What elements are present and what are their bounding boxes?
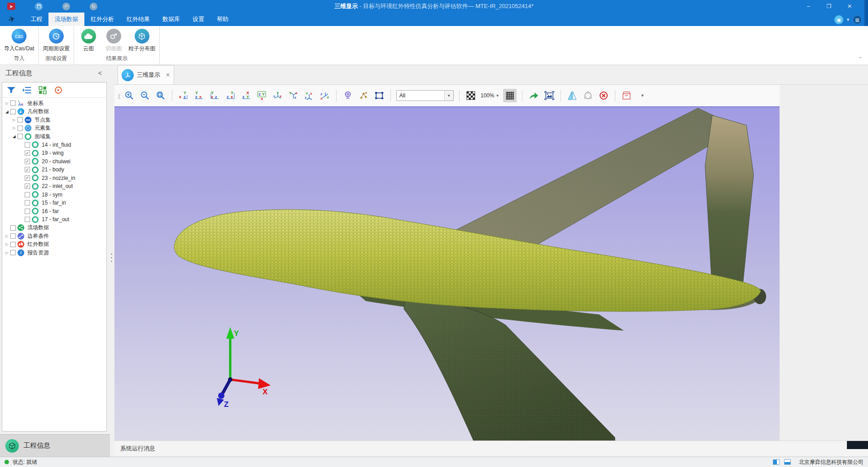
tree-item-checkbox[interactable]: ✓: [25, 150, 30, 156]
app-button[interactable]: ➤: [7, 3, 15, 10]
menu-item-3[interactable]: 红外结果: [120, 13, 156, 26]
tree-item-checkbox[interactable]: [25, 142, 30, 148]
tree-item[interactable]: 16 - far: [2, 207, 106, 216]
view-iso-4-icon[interactable]: zxY: [319, 90, 331, 101]
display-settings-icon[interactable]: ▣: [834, 15, 843, 24]
target-icon[interactable]: [53, 85, 63, 95]
tree-item-checkbox[interactable]: [25, 200, 30, 205]
menu-item-6[interactable]: 帮助: [210, 13, 235, 26]
zoom-in-icon[interactable]: [123, 90, 135, 101]
tree-item-checkbox[interactable]: [10, 109, 16, 114]
checkerboard-icon[interactable]: [465, 90, 477, 101]
expander-closed-icon[interactable]: ▷: [4, 251, 10, 255]
chevron-down-icon[interactable]: ▼: [636, 90, 648, 101]
tree-item[interactable]: ✓23 - nozzle_in: [2, 174, 106, 183]
tree-item-checkbox[interactable]: [10, 225, 16, 231]
snapshot-image-icon[interactable]: [544, 90, 555, 101]
expander-closed-icon[interactable]: ▷: [11, 126, 17, 130]
restore-button[interactable]: ❐: [819, 0, 839, 13]
grid-blocks-icon[interactable]: [38, 85, 48, 95]
particle-distribution-button[interactable]: 粒子分布图: [127, 29, 157, 52]
tree-item-checkbox[interactable]: [10, 250, 16, 255]
view-iso-3-icon[interactable]: Yxz: [303, 90, 315, 101]
view-front-icon[interactable]: xzY: [178, 90, 189, 101]
zoom-out-icon[interactable]: [139, 90, 151, 101]
contour-map-button[interactable]: 云图: [77, 29, 100, 52]
panel-splitter-handle[interactable]: [110, 253, 113, 270]
tree-item[interactable]: ▷红外数据: [2, 240, 106, 249]
menu-item-4[interactable]: 数据库: [156, 13, 186, 26]
view-right-icon[interactable]: Yzx: [225, 90, 237, 101]
period-face-settings-button[interactable]: 周期面设置: [41, 29, 71, 52]
zoom-fit-icon[interactable]: [155, 90, 167, 101]
expander-open-icon[interactable]: ◢: [4, 109, 10, 114]
view-back-icon[interactable]: Yzx: [193, 90, 205, 101]
tree-item[interactable]: ✓21 - body: [2, 166, 106, 174]
menu-item-1[interactable]: 流场数据: [48, 13, 84, 26]
tree-item[interactable]: ◢面域集: [2, 132, 106, 141]
close-button[interactable]: ✕: [839, 0, 860, 13]
probe-icon[interactable]: [342, 90, 354, 101]
tree-item[interactable]: ▷i报告资源: [2, 249, 106, 257]
smooth-mesh-icon[interactable]: [582, 90, 594, 101]
outline-list-icon[interactable]: [22, 85, 32, 95]
tree-item[interactable]: 15 - far_in: [2, 199, 106, 207]
expander-closed-icon[interactable]: ▷: [4, 101, 10, 105]
tab-close-icon[interactable]: ✕: [166, 72, 170, 78]
tree-item[interactable]: ✓22 - inlet_out: [2, 182, 106, 191]
tree-item-checkbox[interactable]: [18, 134, 23, 139]
menu-item-2[interactable]: 红外分析: [84, 13, 120, 26]
tree-item-checkbox[interactable]: [18, 117, 23, 122]
view-iso-1-icon[interactable]: zxY: [272, 90, 284, 101]
tree-item[interactable]: 17 - far_out: [2, 215, 106, 224]
minimize-button[interactable]: –: [798, 0, 819, 13]
tree-item[interactable]: ✓20 - chuiwei: [2, 157, 106, 166]
mirror-icon[interactable]: [566, 90, 578, 101]
chevron-down-icon[interactable]: ▼: [846, 17, 850, 22]
tree-item-checkbox[interactable]: [25, 217, 30, 222]
tree-item[interactable]: 14 - int_fluid: [2, 141, 106, 149]
view-top-icon[interactable]: XzY: [241, 90, 252, 101]
combobox-dropdown-icon[interactable]: ▼: [444, 91, 453, 100]
panel-collapse-icon[interactable]: <: [98, 70, 102, 77]
display-filter-combobox[interactable]: All ▼: [396, 90, 454, 101]
menu-item-5[interactable]: 设置: [186, 13, 210, 26]
rect-select-icon[interactable]: [373, 90, 385, 101]
grid-toggle-icon[interactable]: [503, 89, 517, 102]
manual-icon[interactable]: ▥: [853, 15, 862, 24]
tree-item-checkbox[interactable]: ✓: [25, 159, 30, 164]
view-bottom-icon[interactable]: zYx: [256, 90, 268, 101]
view-left-icon[interactable]: Yxz: [209, 90, 221, 101]
tree-item-checkbox[interactable]: [25, 192, 30, 197]
tree-item-checkbox[interactable]: [18, 126, 23, 131]
expander-closed-icon[interactable]: ▷: [4, 234, 10, 238]
tree-item-checkbox[interactable]: ✓: [25, 175, 30, 181]
zoom-percent-dropdown[interactable]: 100% ▼: [481, 92, 500, 99]
tree-item[interactable]: ▷元素集: [2, 124, 106, 133]
scatter-nodes-icon[interactable]: [358, 90, 369, 101]
tree-item[interactable]: ◢◭几何数据: [2, 108, 106, 116]
tree-item-checkbox[interactable]: [10, 100, 16, 106]
layout-toggle-left-icon[interactable]: [773, 459, 780, 465]
viewport-3d[interactable]: Y X Z: [114, 106, 780, 441]
expander-open-icon[interactable]: ◢: [11, 134, 17, 139]
tree-item-checkbox[interactable]: [10, 242, 16, 247]
expander-closed-icon[interactable]: ▷: [11, 118, 17, 122]
tab-3d-display[interactable]: 三维显示 ✕: [118, 65, 174, 84]
toolbar-drag-handle[interactable]: ||: [118, 92, 119, 99]
tree-item-checkbox[interactable]: [25, 209, 30, 214]
layout-toggle-bottom-icon[interactable]: [784, 459, 791, 465]
delete-result-icon[interactable]: [598, 90, 609, 101]
import-cas-dat-button[interactable]: cas 导入Cas/Dat: [3, 29, 35, 52]
export-share-icon[interactable]: [528, 90, 539, 101]
tree-item[interactable]: ▷节点集: [2, 116, 106, 124]
tree-item[interactable]: 18 - sym: [2, 191, 106, 199]
tree-item[interactable]: 流场数据: [2, 224, 106, 232]
tree-item[interactable]: ✓19 - wing: [2, 149, 106, 157]
tree-item-checkbox[interactable]: [10, 233, 16, 239]
tree-item-checkbox[interactable]: ✓: [25, 167, 30, 172]
archive-box-icon[interactable]: [621, 90, 632, 101]
tree-item[interactable]: ▷边界条件: [2, 232, 106, 240]
menu-item-0[interactable]: 工程: [24, 13, 48, 26]
filter-icon[interactable]: [6, 85, 16, 95]
